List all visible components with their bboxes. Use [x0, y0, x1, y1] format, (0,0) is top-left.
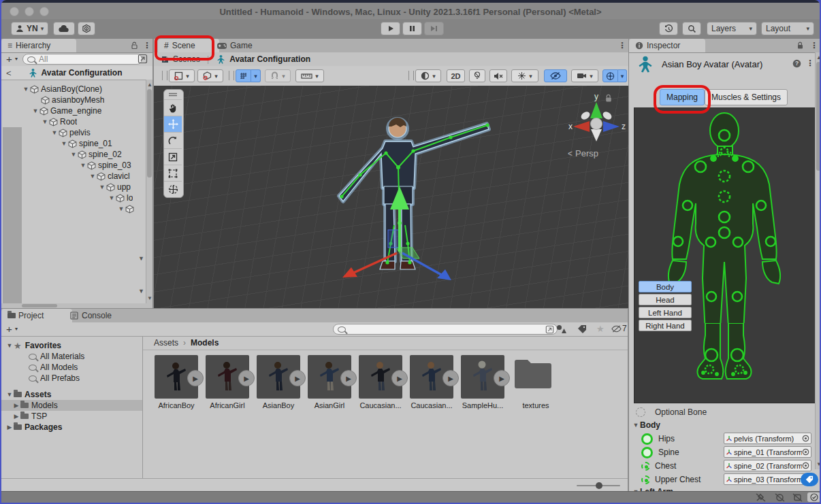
tool-handle-position-button[interactable]: ▾ — [169, 69, 195, 82]
asset-asiangirl[interactable]: ▶ — [308, 355, 351, 399]
scroll-down-icon[interactable]: ▼ — [147, 295, 152, 301]
foldout-open-icon[interactable]: ▼ — [79, 162, 87, 169]
tab-inspector[interactable]: Inspector — [629, 39, 705, 52]
foldout-open-icon[interactable]: ▼ — [60, 140, 68, 147]
asset-labels-tag-button[interactable] — [801, 473, 818, 486]
asset-asianboy[interactable]: ▶ — [257, 355, 300, 399]
inspector-scrollbar[interactable]: ▲ ▼ — [815, 52, 820, 469]
progress-status-button[interactable] — [807, 492, 820, 502]
rotate-tool-button[interactable] — [164, 133, 182, 149]
foldout-open-icon[interactable]: ▼ — [22, 86, 30, 93]
folder-tsp[interactable]: ▶ TSP — [1, 411, 135, 422]
avatar-menu-icon[interactable]: ⋮ — [806, 58, 814, 68]
preview-play-icon[interactable]: ▶ — [391, 370, 408, 386]
audio-mute-button[interactable] — [489, 69, 507, 82]
foldout-open-icon[interactable]: ▼ — [138, 255, 144, 262]
scene-menu-icon[interactable]: ⋮ — [618, 41, 626, 50]
bone-field-hips[interactable]: pelvis (Transform) — [724, 433, 811, 444]
part-button-body[interactable]: Body — [639, 281, 692, 292]
object-picker-icon[interactable] — [802, 462, 809, 469]
move-tool-button[interactable] — [164, 116, 182, 133]
camera-overlay-dropdown[interactable]: ▾ — [571, 69, 598, 82]
tab-project[interactable]: Project — [1, 309, 72, 322]
foldout-open-icon[interactable]: ▼ — [5, 342, 14, 349]
asset-textures-folder[interactable] — [513, 356, 557, 397]
toolbar-drag-handle[interactable] — [162, 71, 167, 80]
bone-field-upper-chest[interactable]: spine_03 (Transform) — [724, 473, 811, 485]
step-button[interactable] — [424, 22, 444, 35]
hierarchy-search-input[interactable]: All — [22, 54, 142, 65]
favorite-all-models[interactable]: All Models — [1, 362, 135, 373]
toolbar-drag-handle[interactable] — [229, 71, 234, 80]
foldout-open-icon[interactable]: ▼ — [108, 195, 116, 201]
2d-mode-button[interactable]: 2D — [447, 69, 465, 82]
tree-row-spine01[interactable]: ▼ spine_01 — [1, 138, 146, 149]
assets-section[interactable]: ▼ Assets — [1, 389, 135, 400]
scroll-thumb[interactable] — [22, 304, 57, 307]
foldout-closed-icon[interactable]: ▶ — [5, 424, 14, 431]
muted-warnings-icon[interactable] — [775, 493, 785, 502]
body-foldout[interactable]: ▼ Body — [632, 420, 660, 431]
search-by-type-icon[interactable] — [556, 324, 566, 334]
front-axis-cone[interactable] — [591, 129, 602, 141]
preview-play-icon[interactable]: ▶ — [238, 370, 255, 386]
hierarchy-hscrollbar[interactable] — [1, 303, 152, 308]
cloud-services-button[interactable] — [53, 22, 75, 35]
foldout-closed-icon[interactable]: ▶ — [12, 402, 20, 409]
object-picker-icon[interactable] — [802, 435, 809, 442]
part-button-right-hand[interactable]: Right Hand — [639, 320, 692, 331]
open-search-window-icon[interactable] — [545, 325, 554, 334]
bone-field-spine[interactable]: spine_01 (Transform) — [724, 446, 811, 458]
rect-tool-button[interactable] — [164, 165, 182, 182]
chevron-down-icon[interactable]: ▾ — [15, 56, 18, 62]
tree-row-lowerarm[interactable]: ▼ lo — [1, 192, 146, 203]
asset-caucasiangirl[interactable]: ▶ — [410, 355, 453, 399]
scroll-up-icon[interactable]: ▲ — [147, 82, 152, 88]
lock-icon[interactable] — [796, 41, 804, 50]
foldout-open-icon[interactable]: ▼ — [98, 184, 106, 190]
part-button-left-hand[interactable]: Left Hand — [639, 307, 692, 318]
scene-visibility-button[interactable] — [544, 69, 567, 82]
tree-row-spine03[interactable]: ▼ spine_03 — [1, 160, 146, 171]
tree-row-asianboymesh[interactable]: asianboyMesh — [1, 95, 146, 105]
asset-africanboy[interactable]: ▶ — [155, 355, 198, 399]
tree-row-root[interactable]: ▼ Root — [1, 116, 146, 127]
tree-row-spine02[interactable]: ▼ spine_02 — [1, 149, 146, 160]
create-asset-button[interactable]: + — [6, 323, 12, 335]
transform-tool-button[interactable] — [164, 182, 182, 197]
scene-viewport[interactable]: y x z < Persp — [154, 86, 628, 308]
scroll-down-icon[interactable]: ▼ — [816, 461, 820, 467]
asset-samplehumanoid[interactable]: ▶ — [461, 355, 504, 399]
foldout-open-icon[interactable]: ▼ — [31, 107, 39, 114]
open-search-window-icon[interactable] — [138, 54, 148, 64]
preview-play-icon[interactable]: ▶ — [494, 370, 510, 386]
increment-snap-button[interactable]: ▾ — [295, 69, 324, 82]
breadcrumb-avatar-config[interactable]: Avatar Configuration — [229, 54, 310, 64]
tab-scene[interactable]: # Scene — [158, 39, 219, 52]
muted-errors-icon[interactable] — [756, 493, 766, 502]
tree-row-game-engine[interactable]: ▼ Game_engine — [1, 105, 146, 116]
tree-row-clavicle[interactable]: ▼ clavicl — [1, 171, 146, 182]
foldout-open-icon[interactable]: ▼ — [69, 151, 78, 158]
hierarchy-menu-icon[interactable]: ⋮ — [143, 41, 151, 50]
back-icon[interactable]: < — [6, 68, 12, 78]
account-button[interactable]: YN ▾ — [11, 22, 48, 35]
bone-field-chest[interactable]: spine_02 (Transform) — [724, 460, 811, 471]
chevron-down-icon[interactable]: ▾ — [15, 326, 18, 332]
grid-options-dropdown[interactable]: ▾ — [251, 69, 261, 82]
breadcrumb-scenes[interactable]: Scenes — [173, 54, 200, 64]
asset-africangirl[interactable]: ▶ — [206, 355, 249, 399]
draw-mode-dropdown[interactable]: ▾ — [415, 69, 441, 82]
help-icon[interactable]: ? — [792, 59, 801, 68]
perspective-toggle[interactable]: < Persp — [568, 148, 598, 158]
layers-dropdown[interactable]: Layers ▾ — [707, 22, 757, 35]
play-button[interactable] — [381, 22, 400, 35]
toolbar-drag-handle[interactable] — [408, 71, 414, 80]
tab-console[interactable]: Console — [64, 309, 138, 322]
tool-handle-rotation-button[interactable]: ▾ — [197, 69, 223, 82]
tab-game[interactable]: Game — [211, 39, 271, 52]
hierarchy-vscrollbar[interactable]: ▲ ▼ — [146, 80, 152, 303]
layout-dropdown[interactable]: Layout ▾ — [761, 22, 814, 35]
view-tool-button[interactable] — [164, 100, 182, 116]
preview-play-icon[interactable]: ▶ — [442, 370, 459, 386]
